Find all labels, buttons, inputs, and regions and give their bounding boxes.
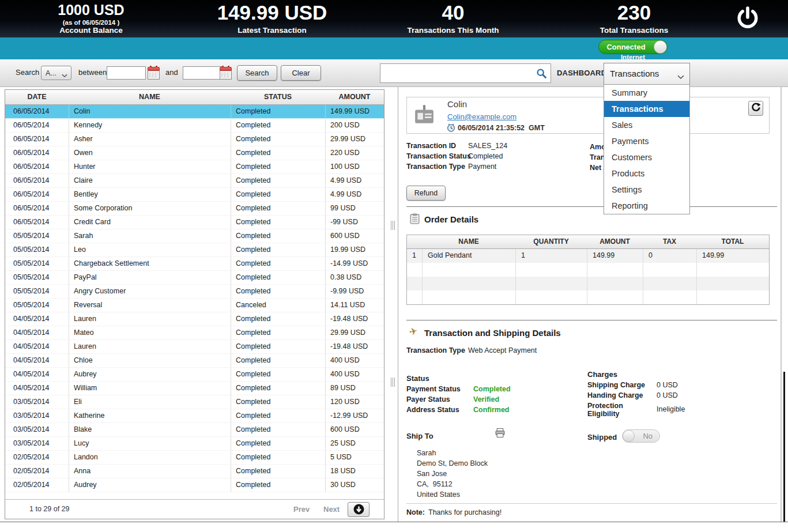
cell-date: 04/05/2014 [5,368,69,381]
transaction-row[interactable]: 06/05/2014 Kennedy Completed 200 USD [5,119,384,133]
cell-date: 03/05/2014 [5,423,69,436]
order-row[interactable]: 1 Gold Pendant 1 149.99 0 149.99 [407,249,769,263]
status-transactions: TRANSACTIONS|29 [6,523,96,532]
transaction-row[interactable]: 04/05/2014 Mateo Completed 29.99 USD [5,326,384,340]
nav-menu-item[interactable]: Transactions [604,101,689,117]
date-from-input[interactable] [107,66,146,80]
cell-name: Owen [69,146,231,160]
cell-name: Colin [69,105,231,118]
toggle-knob [623,430,635,442]
stat-value: 230 [548,0,721,25]
transaction-row[interactable]: 06/05/2014 Hunter Completed 100 USD [5,160,384,174]
cell-amount: 89 USD [325,382,384,395]
transaction-row[interactable]: 05/05/2014 PayPal Completed 0.38 USD [5,271,384,285]
transaction-row[interactable]: 05/05/2014 Leo Completed 19.99 USD [5,243,384,257]
transaction-row[interactable]: 06/05/2014 Credit Card Completed -99 USD [5,216,384,229]
calendar-from-icon[interactable] [148,66,160,80]
chevron-down-icon [677,73,684,81]
transaction-row[interactable]: 03/05/2014 Lucy Completed 25 USD [5,437,384,451]
payer-status-label: Payer Status [406,395,450,403]
nav-menu-item[interactable]: Payments [604,133,689,149]
printer-icon[interactable] [495,428,505,440]
nav-dropdown[interactable]: Transactions [604,63,690,85]
cell-name: Angry Customer [69,285,231,298]
internet-toggle[interactable]: Connected [598,40,668,54]
cell-date: 05/05/2014 [5,271,69,284]
next-button[interactable]: Next [323,505,340,514]
transaction-row[interactable]: 05/05/2014 Chargeback Settlement Complet… [5,257,384,271]
transaction-row[interactable]: 03/05/2014 Eli Completed 120 USD [5,395,384,409]
transaction-row[interactable]: 05/05/2014 Reversal Canceled 14.11 USD [5,299,384,312]
status-fees: FEES|-246.25 USD [591,523,678,532]
transaction-row[interactable]: 04/05/2014 Lauren Completed -19.48 USD [5,340,384,354]
cell-date: 04/05/2014 [5,354,69,367]
refund-button[interactable]: Refund [406,186,446,201]
cell-amount: 100 USD [325,160,384,173]
transaction-row[interactable]: 06/05/2014 Owen Completed 220 USD [5,146,384,160]
order-table-body: 1 Gold Pendant 1 149.99 0 149.99 [407,249,769,304]
status-section-title: Status [406,374,429,383]
scrollbar-thumb[interactable] [783,372,785,522]
cell-amount: 600 USD [325,423,384,436]
transaction-row[interactable]: 06/05/2014 Some Corporation Completed 99… [5,202,384,216]
nav-menu-item[interactable]: Reporting [604,198,689,214]
transaction-row[interactable]: 06/05/2014 Colin Completed 149.99 USD [5,105,384,119]
export-button[interactable] [348,502,370,517]
order-cell-index: 1 [407,249,422,263]
transaction-row[interactable]: 02/05/2014 Landon Completed 5 USD [5,451,384,465]
transaction-row[interactable]: 03/05/2014 Katherine Completed -12.99 US… [5,409,384,423]
transaction-row[interactable]: 06/05/2014 Asher Completed 29.99 USD [5,133,384,146]
transaction-row[interactable]: 06/05/2014 Claire Completed 4.99 USD [5,174,384,188]
power-button[interactable] [733,5,762,33]
search-toolbar: Search A... between and Search Clear [0,59,788,87]
cell-name: Some Corporation [69,202,231,215]
transaction-row[interactable]: 03/05/2014 Blake Completed 600 USD [5,423,384,437]
transaction-row[interactable]: 02/05/2014 Anna Completed 18 USD [5,465,384,478]
cell-amount: 220 USD [325,146,384,160]
nav-menu-item[interactable]: Settings [604,182,689,198]
search-field-select[interactable]: A... [41,66,71,80]
transaction-row[interactable]: 04/05/2014 Aubrey Completed 400 USD [5,368,384,382]
address-line: Sarah [417,448,488,458]
clear-button[interactable]: Clear [281,65,321,81]
shipped-toggle[interactable]: No [622,429,660,443]
cell-date: 06/05/2014 [5,119,69,132]
nav-menu-item[interactable]: Customers [604,149,689,165]
cell-date: 05/05/2014 [5,243,69,256]
nav-menu-item[interactable]: Products [604,165,689,182]
column-header-date[interactable]: DATE [5,90,69,104]
stat-transactions-this-month: 40 Transactions This Month [367,0,540,37]
status-bar: TRANSACTIONS|29 CREDIT|3,503.35 USD DEBI… [0,522,788,532]
address-status-value: Confirmed [473,406,510,414]
handing-charge-value: 0 USD [657,391,678,399]
column-header-status[interactable]: STATUS [231,90,325,104]
cell-amount: 25 USD [325,437,384,450]
toggle-state-label: Connected [599,43,653,51]
transaction-row[interactable]: 04/05/2014 Chloe Completed 400 USD [5,354,384,368]
cell-status: Completed [231,271,325,284]
prev-button[interactable]: Prev [293,505,310,514]
transaction-row[interactable]: 06/05/2014 Bentley Completed 4.99 USD [5,188,384,202]
nav-menu-item[interactable]: Sales [604,117,689,133]
refresh-button[interactable] [748,101,763,116]
transaction-row[interactable]: 04/05/2014 William Completed 89 USD [5,382,384,395]
cell-name: Landon [69,451,231,464]
quick-search-input[interactable] [380,64,536,82]
order-column-amount: AMOUNT [587,235,643,248]
search-button[interactable]: Search [237,65,277,81]
customer-email-link[interactable]: Colin@example.com [447,112,516,121]
column-header-amount[interactable]: AMOUNT [325,90,384,104]
transaction-row[interactable]: 04/05/2014 Lauren Completed -19.48 USD [5,312,384,326]
calendar-to-icon[interactable] [220,66,232,80]
transaction-row[interactable]: 05/05/2014 Sarah Completed 600 USD [5,229,384,243]
nav-menu-item[interactable]: Summary [604,85,689,101]
search-icon[interactable] [536,68,547,81]
transaction-row[interactable]: 05/05/2014 Angry Customer Completed -9.9… [5,285,384,299]
date-to-input[interactable] [183,66,222,80]
cell-status: Completed [231,105,325,118]
cell-amount: 29.99 USD [325,326,384,339]
panel-splitter[interactable] [384,89,398,519]
clock-icon [447,123,455,134]
transaction-row[interactable]: 02/05/2014 Audrey Completed 30 USD [5,478,384,492]
column-header-name[interactable]: NAME [69,90,231,104]
